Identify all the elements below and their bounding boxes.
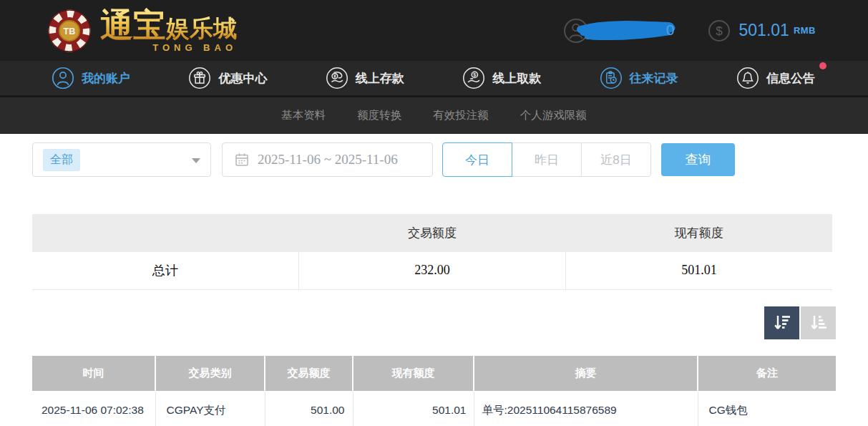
nav-item-deposit[interactable]: ¥ 线上存款 [326,67,404,89]
nav-label: 我的账户 [82,70,130,87]
brand-name-en: TONG BAO [100,43,237,52]
subnav-item-valid-bets[interactable]: 有效投注额 [433,108,489,123]
brand-logo[interactable]: TB 通宝娱乐城 TONG BAO [47,9,237,53]
sub-nav: 基本资料 额度转换 有效投注额 个人游戏限额 [0,97,868,134]
brand-name: 通宝娱乐城 TONG BAO [100,9,237,52]
casino-chip-icon: TB [47,9,92,53]
summary-total-row: 总计 232.00 501.01 [32,252,832,289]
username-visible-text: 0 [666,21,675,39]
quick-range-group: 今日 昨日 近8日 [442,142,651,177]
balance-currency: RMB [794,25,816,36]
summary-table: 交易额度 现有额度 总计 232.00 501.01 [32,214,832,290]
nav-item-withdraw[interactable]: $ 线上取款 [462,67,541,89]
nav-item-promotions[interactable]: 优惠中心 [188,67,267,89]
quick-range-yesterday[interactable]: 昨日 [512,142,582,177]
records-header-type: 交易类别 [155,356,265,392]
quick-range-today[interactable]: 今日 [442,142,512,177]
transaction-type-select[interactable]: 全部 [32,142,211,177]
summary-header-row: 交易额度 现有额度 [32,214,832,252]
summary-total-label: 总计 [32,252,299,289]
content: 全部 2025-11-06 ~ 2025-11-06 今日 昨日 近8日 查询 [0,134,868,426]
svg-text:$: $ [474,72,477,78]
redaction-scribble [570,16,679,45]
nav-label: 线上取款 [492,70,541,87]
sort-descending-icon [772,313,791,332]
record-time: 2025-11-06 07:02:38 [32,392,155,426]
sort-ascending-button[interactable] [801,306,836,339]
record-summary: 单号:202511064115876589 [474,392,698,426]
gift-icon [188,67,211,89]
summary-current-amount: 501.01 [565,252,832,289]
user-icon [52,67,74,89]
notification-dot [819,62,826,69]
nav-item-announcements[interactable]: 信息公告 [736,67,815,89]
subnav-item-quota-transfer[interactable]: 额度转换 [357,108,401,123]
nav-label: 线上存款 [356,70,404,87]
balance-amount: 501.01 [739,21,789,40]
calendar-icon [234,152,250,168]
records-header-row: 时间 交易类别 交易额度 现有额度 摘要 备注 [32,356,836,392]
dollar-icon: $ [708,19,731,42]
topbar-right: 0 $ 501.01 RMB [563,15,816,47]
nav-item-my-account[interactable]: 我的账户 [52,67,130,89]
nav-label: 往来记录 [630,70,678,87]
nav-label: 信息公告 [766,70,815,87]
summary-transaction-amount: 232.00 [299,252,566,289]
subnav-item-game-limits[interactable]: 个人游戏限额 [520,108,587,123]
filter-row: 全部 2025-11-06 ~ 2025-11-06 今日 昨日 近8日 查询 [32,142,836,177]
account-info[interactable]: 0 [563,15,669,47]
selected-type-chip: 全部 [43,149,80,171]
summary-header-empty [32,214,299,252]
balance[interactable]: $ 501.01 RMB [708,19,816,42]
record-amount: 501.00 [265,392,353,426]
bell-icon [736,67,759,89]
search-button[interactable]: 查询 [661,143,735,176]
deposit-icon: ¥ [326,67,348,89]
brand-name-secondary: 娱乐城 [166,15,237,42]
table-row: 2025-11-06 07:02:38 CGPAY支付 501.00 501.0… [32,392,836,426]
chevron-down-icon [192,158,200,163]
quick-range-last8days[interactable]: 近8日 [581,142,651,177]
sort-descending-button[interactable] [764,306,799,339]
records-icon [600,67,623,89]
withdraw-icon: $ [462,67,485,89]
nav-item-records[interactable]: 往来记录 [600,67,678,89]
topbar: TB 通宝娱乐城 TONG BAO [0,0,868,61]
sort-controls [32,306,836,339]
main-nav: 我的账户 优惠中心 ¥ [0,61,868,97]
svg-text:$: $ [716,24,723,38]
records-table: 时间 交易类别 交易额度 现有额度 摘要 备注 2025-11-06 07:02… [32,356,836,426]
record-balance: 501.01 [353,392,474,426]
nav-label: 优惠中心 [218,70,267,87]
record-remark: CG钱包 [698,392,836,426]
records-header-amount: 交易额度 [265,356,353,392]
records-header-balance: 现有额度 [353,356,474,392]
date-range-value: 2025-11-06 ~ 2025-11-06 [258,152,398,168]
sort-ascending-icon [809,313,828,332]
username-area: 0 [589,16,669,45]
records-header-summary: 摘要 [474,356,698,392]
records-header-remark: 备注 [698,356,836,392]
svg-text:¥: ¥ [333,74,336,79]
date-range-input[interactable]: 2025-11-06 ~ 2025-11-06 [222,142,433,177]
summary-header-transaction-amount: 交易额度 [299,214,566,252]
record-type: CGPAY支付 [155,392,265,426]
records-header-time: 时间 [32,356,155,392]
brand-name-primary: 通宝 [100,6,166,44]
page: TB 通宝娱乐城 TONG BAO [0,0,868,426]
subnav-item-basic-info[interactable]: 基本资料 [281,108,326,123]
svg-text:TB: TB [64,26,76,36]
summary-header-current-amount: 现有额度 [565,214,832,252]
